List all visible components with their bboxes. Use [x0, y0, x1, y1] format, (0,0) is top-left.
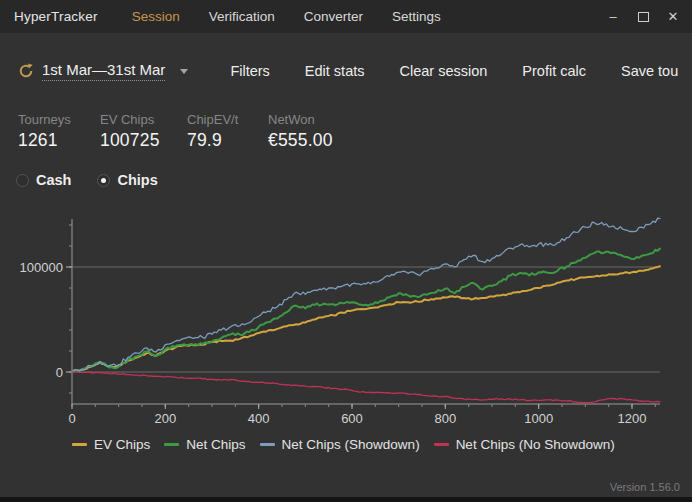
svg-text:200: 200	[154, 411, 176, 426]
close-button[interactable]: ✕	[662, 6, 684, 28]
minimize-button[interactable]: –	[602, 6, 624, 28]
stat-ev-chips: EV Chips 100725	[100, 112, 187, 151]
maximize-button[interactable]	[632, 6, 654, 28]
stat-label: EV Chips	[100, 112, 187, 127]
svg-text:1000: 1000	[524, 411, 553, 426]
radio-cash[interactable]: Cash	[16, 172, 71, 188]
clear-session-button[interactable]: Clear session	[400, 63, 488, 79]
stat-value: 100725	[100, 130, 187, 151]
profit-calc-button[interactable]: Profit calc	[522, 63, 586, 79]
svg-text:800: 800	[434, 411, 456, 426]
radio-cash-label[interactable]: Cash	[36, 172, 71, 188]
legend-label: Net Chips (Showdown)	[282, 437, 420, 452]
legend-item-no-showdown[interactable]: Net Chips (No Showdown)	[434, 437, 615, 452]
window-controls: – ✕	[602, 0, 684, 33]
currency-toggle: Cash Chips	[16, 172, 158, 188]
stat-value: 79.9	[187, 130, 268, 151]
maximize-icon	[638, 12, 649, 22]
stat-networn: NetWon €555.00	[268, 112, 333, 151]
svg-text:1200: 1200	[618, 411, 647, 426]
menu-item-verification[interactable]: Verification	[209, 9, 275, 24]
radio-cash-circle[interactable]	[16, 174, 29, 187]
refresh-icon[interactable]	[18, 63, 34, 79]
date-range-label[interactable]: 1st Mar—31st Mar	[42, 61, 165, 81]
edit-stats-button[interactable]: Edit stats	[305, 63, 365, 79]
showdown-line-icon	[260, 443, 275, 446]
menu-item-session[interactable]: Session	[132, 9, 180, 24]
net-chips-line-icon	[164, 443, 179, 446]
stat-value: 1261	[18, 130, 100, 151]
svg-text:0: 0	[68, 411, 75, 426]
title-bar: HyperTracker Session Verification Conver…	[0, 0, 692, 33]
svg-text:400: 400	[248, 411, 270, 426]
legend-item-net-chips[interactable]: Net Chips	[164, 437, 245, 452]
app-title: HyperTracker	[14, 9, 98, 24]
radio-chips-circle[interactable]	[97, 174, 110, 187]
radio-chips[interactable]: Chips	[97, 172, 157, 188]
chevron-down-icon[interactable]	[180, 69, 188, 74]
legend-label: Net Chips (No Showdown)	[456, 437, 615, 452]
chart-legend: EV Chips Net Chips Net Chips (Showdown) …	[72, 437, 615, 452]
legend-label: EV Chips	[94, 437, 150, 452]
main-menu: Session Verification Converter Settings	[132, 9, 441, 24]
save-tourney-button[interactable]: Save tou	[621, 63, 678, 79]
stat-tourneys: Tourneys 1261	[18, 112, 100, 151]
ev-chips-line-icon	[72, 443, 87, 446]
svg-text:600: 600	[341, 411, 363, 426]
stat-value: €555.00	[268, 130, 333, 151]
version-label: Version 1.56.0	[610, 481, 680, 493]
stat-label: ChipEV/t	[187, 112, 268, 127]
svg-text:100000: 100000	[20, 260, 63, 275]
session-stats: Tourneys 1261 EV Chips 100725 ChipEV/t 7…	[18, 112, 333, 151]
window-bottom-edge	[0, 497, 692, 502]
legend-label: Net Chips	[186, 437, 245, 452]
menu-item-converter[interactable]: Converter	[304, 9, 363, 24]
date-range-selector[interactable]: 1st Mar—31st Mar	[18, 61, 188, 81]
toolbar-buttons: Filters Edit stats Clear session Profit …	[230, 63, 678, 79]
legend-item-ev-chips[interactable]: EV Chips	[72, 437, 150, 452]
stat-chipev-per-t: ChipEV/t 79.9	[187, 112, 268, 151]
radio-chips-label[interactable]: Chips	[117, 172, 157, 188]
svg-text:0: 0	[56, 365, 63, 380]
legend-item-showdown[interactable]: Net Chips (Showdown)	[260, 437, 420, 452]
no-showdown-line-icon	[434, 443, 449, 446]
menu-item-settings[interactable]: Settings	[392, 9, 441, 24]
stat-label: NetWon	[268, 112, 333, 127]
stat-label: Tourneys	[18, 112, 100, 127]
filters-button[interactable]: Filters	[230, 63, 269, 79]
toolbar: 1st Mar—31st Mar Filters Edit stats Clea…	[18, 54, 692, 88]
session-chart: 0100000020040060080010001200	[0, 205, 692, 433]
